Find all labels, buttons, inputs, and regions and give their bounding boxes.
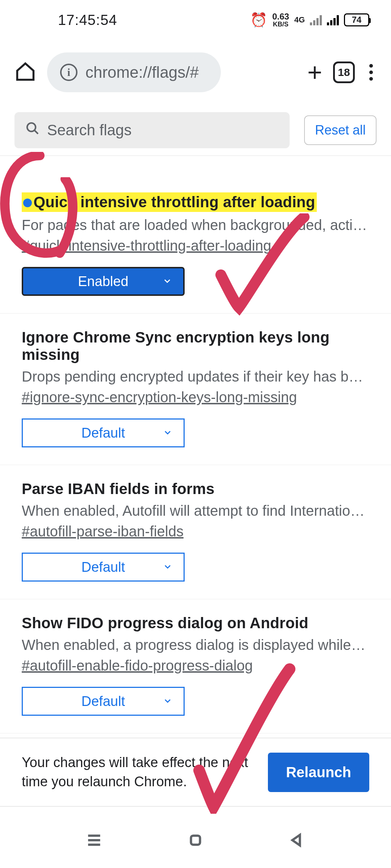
status-bar: 17:45:54 ⏰ 0.63 KB/S 4G 74: [0, 0, 391, 40]
back-nav-icon[interactable]: [288, 831, 306, 851]
flag-hash-link[interactable]: #autofill-parse-iban-fields: [22, 523, 184, 540]
browser-toolbar: i chrome://flags/# + 18: [0, 47, 391, 98]
alarm-icon: ⏰: [250, 12, 267, 28]
site-info-icon[interactable]: i: [60, 64, 77, 81]
omnibox[interactable]: i chrome://flags/#: [47, 52, 221, 92]
flag-item: Show FIDO progress dialog on Android Whe…: [0, 599, 391, 733]
battery-indicator: 74: [344, 13, 369, 26]
reset-all-button[interactable]: Reset all: [304, 115, 377, 145]
new-tab-icon[interactable]: +: [307, 58, 322, 87]
signal-bars-2: [327, 14, 339, 25]
home-nav-icon[interactable]: [186, 831, 205, 851]
modified-dot-icon: [23, 199, 32, 207]
system-nav-bar: [0, 814, 391, 868]
flag-item: Parse IBAN fields in forms When enabled,…: [0, 465, 391, 599]
status-time: 17:45:54: [22, 12, 117, 28]
net-speed: 0.63 KB/S: [272, 12, 289, 27]
search-placeholder: Search flags: [47, 122, 131, 139]
overflow-menu-icon[interactable]: [366, 64, 377, 81]
relaunch-message: Your changes will take effect the next t…: [22, 753, 253, 791]
flag-title: Show FIDO progress dialog on Android: [22, 614, 308, 632]
chevron-down-icon: [163, 559, 173, 575]
flag-item: Quick intensive throttling after loading…: [0, 177, 391, 314]
flag-select[interactable]: Default: [22, 553, 185, 582]
flag-select[interactable]: Default: [22, 687, 185, 716]
search-flags-input[interactable]: Search flags: [14, 112, 290, 148]
relaunch-bar: Your changes will take effect the next t…: [0, 738, 391, 807]
flags-list: Quick intensive throttling after loading…: [0, 177, 391, 756]
svg-marker-6: [293, 835, 300, 845]
chevron-down-icon: [163, 425, 173, 441]
svg-line-1: [34, 130, 38, 134]
chevron-down-icon: [163, 694, 173, 709]
flag-hash-link[interactable]: #quick-intensive-throttling-after-loadin…: [22, 238, 271, 254]
tab-switcher-button[interactable]: 18: [333, 61, 355, 83]
flag-hash-link[interactable]: #autofill-enable-fido-progress-dialog: [22, 658, 253, 674]
svg-point-0: [27, 123, 35, 131]
chevron-down-icon: [162, 274, 172, 289]
svg-rect-5: [191, 836, 200, 845]
flag-item: Ignore Chrome Sync encryption keys long …: [0, 314, 391, 465]
recents-icon[interactable]: [85, 831, 103, 851]
search-icon: [25, 121, 40, 139]
url-text: chrome://flags/#: [85, 63, 199, 81]
flag-hash-link[interactable]: #ignore-sync-encryption-keys-long-missin…: [22, 389, 297, 405]
flag-description: When enabled, a progress dialog is displ…: [22, 637, 369, 653]
flag-title: Parse IBAN fields in forms: [22, 480, 215, 498]
flag-highlight: Quick intensive throttling after loading: [22, 192, 317, 212]
flag-description: For pages that are loaded when backgroun…: [22, 217, 369, 233]
relaunch-button[interactable]: Relaunch: [268, 753, 369, 792]
flags-search-row: Search flags Reset all: [0, 109, 391, 156]
flag-title: Quick intensive throttling after loading: [33, 193, 315, 210]
flag-title: Ignore Chrome Sync encryption keys long …: [22, 329, 369, 363]
signal-bars-1: [310, 14, 322, 25]
home-icon[interactable]: [14, 61, 36, 84]
flag-description: When enabled, Autofill will attempt to f…: [22, 503, 369, 519]
flag-select[interactable]: Enabled: [22, 267, 185, 296]
net-type: 4G: [294, 16, 305, 24]
flag-description: Drops pending encrypted updates if their…: [22, 369, 369, 385]
flag-select[interactable]: Default: [22, 418, 185, 447]
